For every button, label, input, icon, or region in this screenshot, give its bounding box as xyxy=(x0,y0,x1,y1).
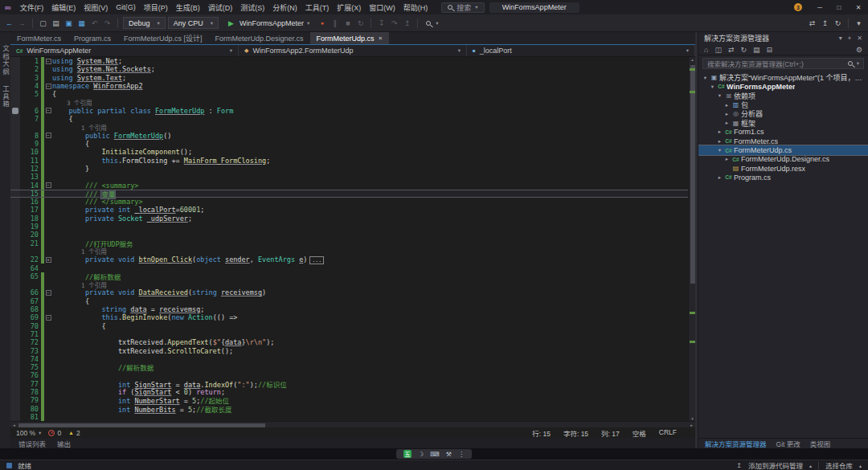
code-line-9[interactable]: 9 { xyxy=(10,140,688,148)
tree-item[interactable]: ▸▦框架 xyxy=(698,118,868,127)
code-line-70[interactable]: 70 { xyxy=(10,322,688,330)
panel-tab[interactable]: 错误列表 xyxy=(18,439,46,448)
close-panel-icon[interactable]: ✕ xyxy=(857,35,862,43)
editor-tab[interactable]: FormMeterUdp.cs✕ xyxy=(310,32,389,44)
restart-icon[interactable]: ↻ xyxy=(355,17,366,30)
pin-icon[interactable]: ⌖ xyxy=(848,35,852,43)
background-tasks-icon[interactable] xyxy=(6,463,12,468)
breakpoint-margin[interactable] xyxy=(10,322,20,330)
code-line-6[interactable]: 6− public partial class FormMeterUdp : F… xyxy=(10,107,688,115)
breakpoint-margin[interactable] xyxy=(10,115,20,123)
code-line-16[interactable]: 16 /// </summary> xyxy=(10,198,688,206)
code-line-3[interactable]: 3using System.Text; xyxy=(10,74,688,82)
indent-mode-label[interactable]: 空格 xyxy=(633,428,646,438)
titlebar-search[interactable]: 搜索 ▾ xyxy=(441,2,484,13)
error-indicator[interactable]: ✕ 0 xyxy=(48,429,61,437)
code-line-22[interactable]: 22+ private void btnOpen_Click(object se… xyxy=(10,255,688,264)
fold-toggle-icon[interactable]: − xyxy=(46,108,51,113)
find-in-files-icon[interactable] xyxy=(423,17,433,30)
fold-toggle-icon[interactable]: − xyxy=(46,182,51,188)
code-line-75[interactable]: 75 //解析数据 xyxy=(10,363,688,371)
save-icon[interactable]: ▣ xyxy=(63,17,74,30)
code-line-68[interactable]: 68 string data = receivemsg; xyxy=(10,305,688,313)
breakpoint-margin[interactable] xyxy=(10,173,20,181)
breakpoint-margin[interactable] xyxy=(10,280,20,288)
breakpoint-margin[interactable] xyxy=(10,165,20,173)
horizontal-scrollbar[interactable]: ◂ ▸ xyxy=(10,421,695,427)
toolbox-icon[interactable]: ⚒ xyxy=(446,451,452,458)
code-line-73[interactable]: 73 txtReceived.ScrollToCaret(); xyxy=(10,346,688,354)
sync-with-active-document-icon[interactable]: ⇄ xyxy=(728,46,735,54)
breakpoint-margin[interactable] xyxy=(10,355,20,363)
save-all-icon[interactable]: ▦ xyxy=(76,17,87,30)
menu-item[interactable]: 分析(N) xyxy=(268,2,301,13)
redo-icon[interactable]: ↷ xyxy=(102,17,113,30)
code-line-17[interactable]: 17 private int _localPort=60001; xyxy=(10,206,688,214)
home-icon[interactable]: ⌂ xyxy=(704,46,708,54)
menu-item[interactable]: 扩展(X) xyxy=(333,2,365,13)
menu-item[interactable]: 文件(F) xyxy=(16,2,48,13)
breakpoint-margin[interactable] xyxy=(10,206,20,214)
breakpoint-margin[interactable] xyxy=(10,371,20,379)
fold-toggle-icon[interactable]: − xyxy=(46,133,51,138)
select-repository-button[interactable]: 选择仓库 xyxy=(825,460,853,470)
expander-icon[interactable]: ▾ xyxy=(716,147,723,153)
code-line-77[interactable]: 77 int SignStart = data.IndexOf(":");//标… xyxy=(10,380,688,388)
menu-item[interactable]: Git(G) xyxy=(112,3,140,11)
code-line-21[interactable]: 21 //打开UDP服务 xyxy=(10,239,688,247)
code-line-18[interactable]: 18 private Socket _udpServer; xyxy=(10,215,688,223)
notifications-badge[interactable]: 3 xyxy=(794,3,802,11)
codelens-row[interactable]: 3 个引用 xyxy=(10,98,688,106)
codelens-row[interactable]: 1 个引用 xyxy=(10,280,688,288)
tree-item[interactable]: ▸C#Form1.cs xyxy=(698,128,868,137)
code-line-65[interactable]: 65 //解析数据 xyxy=(10,272,688,280)
new-file-icon[interactable]: ▢ xyxy=(38,17,48,30)
breakpoint-margin[interactable] xyxy=(10,247,20,255)
code-line-72[interactable]: 72 txtReceived.AppendText($"{data}\r\n")… xyxy=(10,338,688,346)
breakpoint-margin[interactable] xyxy=(10,181,20,189)
tree-item[interactable]: ▸C#FormMeter.cs xyxy=(698,137,868,145)
breakpoint-margin[interactable] xyxy=(10,396,20,404)
sogou-input-logo[interactable]: 五 xyxy=(403,450,411,458)
breakpoint-margin[interactable] xyxy=(10,305,20,313)
breakpoint-margin[interactable] xyxy=(10,413,20,421)
expander-icon[interactable]: ▸ xyxy=(716,129,723,135)
breakpoint-margin[interactable] xyxy=(10,65,20,73)
breakpoint-margin[interactable] xyxy=(10,215,20,223)
editor-tab[interactable]: FormMeterUdp.cs [设计] xyxy=(117,32,209,44)
expander-icon[interactable]: ▾ xyxy=(716,92,723,99)
navigate-forward-icon[interactable]: → xyxy=(17,17,27,30)
breakpoint-margin[interactable] xyxy=(10,190,20,197)
step-into-icon[interactable]: ↧ xyxy=(376,17,387,30)
scroll-right-icon[interactable]: ▸ xyxy=(688,422,695,428)
code-line-13[interactable]: 13 xyxy=(10,173,688,181)
breakpoint-margin[interactable] xyxy=(10,338,20,346)
code-line-15[interactable]: 15 /// 变量 xyxy=(10,190,688,198)
breakpoint-margin[interactable] xyxy=(10,255,20,264)
fold-toggle-icon[interactable]: − xyxy=(46,84,51,89)
breakpoint-margin[interactable] xyxy=(10,388,20,396)
breakpoint-margin[interactable] xyxy=(10,223,20,231)
rail-tab[interactable]: 工具箱 xyxy=(1,85,10,108)
scrollbar-thumb[interactable] xyxy=(690,65,695,284)
breadcrumb-project-dropdown[interactable]: C# WinFormsAppMeter ▾ xyxy=(10,45,239,56)
collapse-all-icon[interactable]: ⊟ xyxy=(767,46,773,54)
solution-platforms-dropdown[interactable]: Any CPU ▾ xyxy=(168,17,219,29)
breakpoint-margin[interactable] xyxy=(10,330,20,338)
refresh-icon[interactable]: ↻ xyxy=(833,17,843,30)
menu-item[interactable]: 生成(B) xyxy=(172,2,204,13)
breakpoint-margin[interactable] xyxy=(10,297,20,305)
expander-icon[interactable]: ▸ xyxy=(723,102,731,108)
breakpoint-margin[interactable] xyxy=(10,90,20,98)
code-line-71[interactable]: 71 xyxy=(10,330,688,338)
menu-item[interactable]: 测试(S) xyxy=(236,2,268,13)
input-method-toolbar[interactable]: 五☽⌨⚒⋮ xyxy=(396,449,472,459)
publish-icon[interactable]: ↥ xyxy=(820,17,830,30)
zoom-dropdown[interactable]: 100 % ▾ xyxy=(16,429,41,437)
tree-item[interactable]: ▤FormMeterUdp.resx xyxy=(698,164,868,173)
fold-toggle-icon[interactable]: − xyxy=(46,315,51,321)
codelens-row[interactable]: 1 个引用 xyxy=(10,123,688,131)
code-line-69[interactable]: 69− this.BeginInvoke(new Action(() => xyxy=(10,313,688,321)
breakpoint-margin[interactable] xyxy=(10,264,20,272)
breakpoint-margin[interactable] xyxy=(10,404,20,412)
